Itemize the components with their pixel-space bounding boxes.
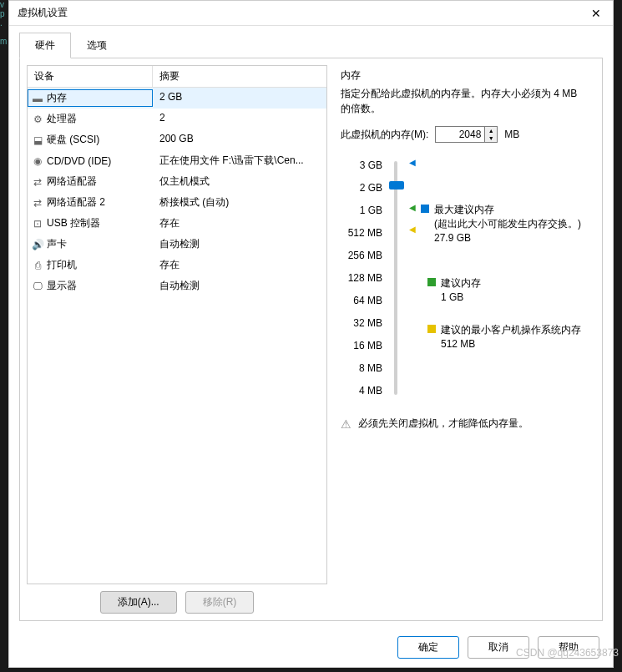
table-row[interactable]: ⊡USB 控制器存在 bbox=[28, 213, 326, 234]
sound-icon: 🔊 bbox=[32, 239, 43, 250]
table-row[interactable]: ⇄网络适配器仅主机模式 bbox=[28, 171, 326, 192]
device-cell: ⎙打印机 bbox=[28, 256, 153, 274]
table-header: 设备 摘要 bbox=[28, 66, 326, 88]
table-row[interactable]: ◉CD/DVD (IDE)正在使用文件 F:\迅雷下载\Cen... bbox=[28, 150, 326, 171]
memory-icon: ▬ bbox=[32, 93, 43, 104]
summary-cell: 200 GB bbox=[153, 131, 326, 149]
slider-tick-label: 3 GB bbox=[360, 159, 382, 171]
network-icon: ⇄ bbox=[32, 197, 43, 209]
marker-current: ◀ bbox=[409, 158, 416, 167]
table-row[interactable]: ⎙打印机存在 bbox=[28, 255, 326, 275]
device-cell: ⚙处理器 bbox=[28, 110, 153, 128]
device-name: 内存 bbox=[47, 91, 67, 105]
square-yellow-icon bbox=[427, 325, 436, 333]
ok-button[interactable]: 确定 bbox=[397, 636, 459, 659]
memory-input-label: 此虚拟机的内存(M): bbox=[341, 128, 428, 142]
square-blue-icon bbox=[421, 205, 429, 213]
window-title: 虚拟机设置 bbox=[18, 6, 588, 20]
device-name: USB 控制器 bbox=[47, 216, 100, 230]
tab-content: 设备 摘要 ▬内存2 GB⚙处理器2⬓硬盘 (SCSI)200 GB◉CD/DV… bbox=[19, 58, 603, 621]
arrow-yellow-icon: ◀ bbox=[409, 225, 416, 234]
marker-yellow-arrow: ◀ bbox=[409, 225, 416, 234]
device-name: 打印机 bbox=[47, 258, 77, 272]
warning-icon: ⚠ bbox=[341, 417, 351, 431]
device-name: CD/DVD (IDE) bbox=[47, 155, 111, 167]
table-row[interactable]: ▬内存2 GB bbox=[28, 88, 326, 109]
device-cell: 🖵显示器 bbox=[28, 277, 153, 295]
marker-max-text: 最大建议内存 (超出此大小可能发生内存交换。) 27.9 GB bbox=[434, 203, 581, 245]
close-icon[interactable]: ✕ bbox=[588, 5, 604, 22]
slider-track[interactable] bbox=[394, 161, 397, 395]
spinner-down-icon[interactable]: ▼ bbox=[485, 134, 497, 142]
device-cell: ⊡USB 控制器 bbox=[28, 215, 153, 232]
square-green-icon bbox=[427, 278, 436, 286]
summary-cell: 桥接模式 (自动) bbox=[153, 194, 326, 211]
settings-window: 虚拟机设置 ✕ 硬件 选项 设备 摘要 ▬内存2 GB⚙处理器2⬓硬盘 (SCS… bbox=[8, 0, 614, 668]
memory-title: 内存 bbox=[341, 68, 589, 83]
usb-icon: ⊡ bbox=[32, 218, 43, 230]
device-name: 网络适配器 2 bbox=[47, 195, 105, 210]
tab-bar: 硬件 选项 bbox=[9, 26, 613, 58]
disk-icon: ⬓ bbox=[32, 134, 43, 146]
device-name: 硬盘 (SCSI) bbox=[47, 133, 99, 147]
left-buttons: 添加(A)... 移除(R) bbox=[27, 584, 327, 614]
slider-labels: 3 GB2 GB1 GB512 MB256 MB128 MB64 MB32 MB… bbox=[341, 158, 382, 400]
slider-thumb[interactable] bbox=[389, 181, 404, 189]
marker-min-text: 建议的最小客户机操作系统内存 512 MB bbox=[441, 323, 581, 351]
summary-cell: 存在 bbox=[153, 256, 326, 274]
device-cell: ⬓硬盘 (SCSI) bbox=[28, 131, 153, 149]
printer-icon: ⎙ bbox=[32, 260, 43, 271]
slider-tick-label: 8 MB bbox=[359, 362, 382, 374]
summary-cell: 自动检测 bbox=[153, 277, 326, 295]
slider-tick-label: 2 GB bbox=[360, 182, 382, 194]
slider-tick-label: 4 MB bbox=[359, 385, 382, 397]
slider-track-wrap bbox=[387, 158, 404, 400]
header-summary[interactable]: 摘要 bbox=[153, 66, 326, 87]
device-cell: ▬内存 bbox=[28, 89, 153, 107]
add-button[interactable]: 添加(A)... bbox=[100, 591, 177, 614]
table-row[interactable]: 🖵显示器自动检测 bbox=[28, 275, 326, 296]
summary-cell: 存在 bbox=[153, 215, 326, 232]
header-device[interactable]: 设备 bbox=[28, 66, 153, 87]
memory-unit: MB bbox=[504, 129, 519, 140]
memory-input[interactable] bbox=[435, 126, 485, 143]
table-row[interactable]: ⇄网络适配器 2桥接模式 (自动) bbox=[28, 192, 326, 213]
device-name: 声卡 bbox=[47, 237, 67, 251]
device-cell: ⇄网络适配器 bbox=[28, 173, 153, 190]
table-row[interactable]: 🔊声卡自动检测 bbox=[28, 234, 326, 255]
cancel-button[interactable]: 取消 bbox=[468, 636, 529, 659]
cd-icon: ◉ bbox=[32, 155, 43, 167]
warning-text: 必须先关闭虚拟机，才能降低内存量。 bbox=[358, 417, 528, 431]
spinner-up-icon[interactable]: ▲ bbox=[485, 127, 497, 134]
left-edge-deco: vp.m bbox=[0, 0, 7, 672]
device-cell: ◉CD/DVD (IDE) bbox=[28, 152, 153, 169]
device-cell: ⇄网络适配器 2 bbox=[28, 194, 153, 211]
titlebar: 虚拟机设置 ✕ bbox=[9, 1, 613, 26]
tab-hardware[interactable]: 硬件 bbox=[19, 33, 71, 58]
arrow-green-icon: ◀ bbox=[409, 203, 416, 212]
tab-options[interactable]: 选项 bbox=[71, 33, 123, 58]
display-icon: 🖵 bbox=[32, 280, 43, 292]
warning-row: ⚠ 必须先关闭虚拟机，才能降低内存量。 bbox=[341, 417, 589, 431]
memory-slider-area: 3 GB2 GB1 GB512 MB256 MB128 MB64 MB32 MB… bbox=[341, 158, 589, 400]
slider-tick-label: 32 MB bbox=[353, 317, 382, 329]
table-body: ▬内存2 GB⚙处理器2⬓硬盘 (SCSI)200 GB◉CD/DVD (IDE… bbox=[28, 88, 326, 296]
memory-spinner[interactable]: ▲▼ bbox=[485, 126, 498, 143]
summary-cell: 2 bbox=[153, 110, 326, 128]
device-cell: 🔊声卡 bbox=[28, 235, 153, 253]
memory-input-row: 此虚拟机的内存(M): ▲▼ MB bbox=[341, 126, 589, 143]
slider-info: ◀ ◀ 最大建议内存 (超出此大小可能发生内存交换。) 27.9 GB ◀ bbox=[409, 158, 589, 400]
remove-button[interactable]: 移除(R) bbox=[185, 591, 255, 614]
marker-min: 建议的最小客户机操作系统内存 512 MB bbox=[427, 323, 581, 351]
left-panel: 设备 摘要 ▬内存2 GB⚙处理器2⬓硬盘 (SCSI)200 GB◉CD/DV… bbox=[27, 65, 327, 614]
slider-tick-label: 64 MB bbox=[353, 295, 382, 306]
summary-cell: 自动检测 bbox=[153, 235, 326, 253]
device-name: 处理器 bbox=[47, 112, 77, 126]
table-row[interactable]: ⬓硬盘 (SCSI)200 GB bbox=[28, 129, 326, 150]
table-row[interactable]: ⚙处理器2 bbox=[28, 109, 326, 129]
marker-rec-text: 建议内存 1 GB bbox=[441, 276, 481, 305]
help-button[interactable]: 帮助 bbox=[538, 636, 599, 659]
right-panel: 内存 指定分配给此虚拟机的内存量。内存大小必须为 4 MB 的倍数。 此虚拟机的… bbox=[334, 65, 595, 614]
network-icon: ⇄ bbox=[32, 176, 43, 188]
device-name: 显示器 bbox=[47, 279, 77, 293]
